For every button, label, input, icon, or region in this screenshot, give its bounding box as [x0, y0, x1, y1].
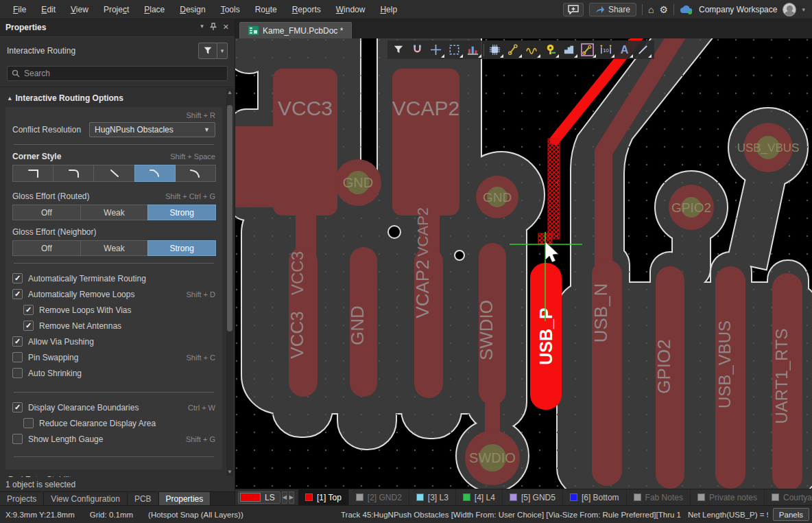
- usb-p-pad-group[interactable]: USB_P: [530, 263, 562, 410]
- search-input[interactable]: [24, 69, 195, 78]
- unchecked-checkbox-icon[interactable]: [12, 368, 23, 378]
- corner-style-corner-45-arc[interactable]: [134, 165, 176, 182]
- checkbox-row-auto-shrinking[interactable]: Auto Shrinking: [12, 365, 215, 381]
- copper-pad-vcap2[interactable]: [392, 69, 459, 216]
- unchecked-checkbox-icon[interactable]: [23, 418, 34, 428]
- pin-icon[interactable]: [210, 23, 217, 32]
- checked-checkbox-icon[interactable]: [12, 402, 23, 412]
- layer-tab-fab-notes[interactable]: Fab Notes: [627, 489, 691, 506]
- tool-dropdown-marker[interactable]: [556, 54, 559, 58]
- pad-entry-section-header[interactable]: Pad Entry Stability: [0, 469, 225, 477]
- panel-scrollbar[interactable]: ▲ ▼: [226, 89, 233, 476]
- tool-dropdown-marker[interactable]: [648, 54, 652, 58]
- unchecked-checkbox-icon[interactable]: [12, 352, 23, 362]
- menu-view[interactable]: View: [63, 0, 96, 19]
- selection-icon[interactable]: [445, 41, 464, 58]
- route-icon[interactable]: [504, 41, 523, 58]
- scroll-up-icon[interactable]: ▲: [226, 89, 233, 95]
- gloss-neighbor-strong-button[interactable]: Strong: [147, 240, 216, 256]
- menu-reports[interactable]: Reports: [285, 0, 329, 19]
- corner-style-corner-45[interactable]: [93, 165, 134, 182]
- checkbox-row-reduce-clearance-display-area[interactable]: Reduce Clearance Display Area: [23, 415, 215, 431]
- menu-edit[interactable]: Edit: [34, 0, 63, 19]
- active-route-icon[interactable]: [578, 41, 597, 58]
- pcb-drawing[interactable]: GNDGNDGPIO2USB_VBUSSWDIO VCC3VCAP2VCC3GN…: [235, 38, 812, 489]
- via-icon[interactable]: [541, 41, 560, 58]
- share-button[interactable]: Share: [589, 3, 636, 16]
- checkbox-row-remove-loops-with-vias[interactable]: Remove Loops With Vias: [23, 302, 215, 318]
- unchecked-checkbox-icon[interactable]: [12, 434, 23, 444]
- object-filter-dropdown[interactable]: ▾: [217, 43, 228, 59]
- copper-pad-vcc3[interactable]: [273, 69, 337, 216]
- layer-tab-private-notes[interactable]: Private notes: [691, 489, 765, 506]
- gloss-neighbor-weak-button[interactable]: Weak: [80, 240, 149, 256]
- checkbox-row-automatically-remove-loops[interactable]: Automatically Remove LoopsShift + D: [12, 286, 215, 302]
- corner-style-corner-rounded-90[interactable]: [53, 165, 94, 182]
- polygon-icon[interactable]: [560, 41, 578, 58]
- layer-tab--5-gnd5[interactable]: [5] GND5: [503, 489, 563, 506]
- tool-dropdown-marker[interactable]: [518, 54, 522, 58]
- board-insight-icon[interactable]: [464, 41, 482, 58]
- corner-style-corner-arc[interactable]: [175, 165, 216, 182]
- panel-tab-pcb[interactable]: PCB: [128, 492, 159, 505]
- home-icon[interactable]: ⌂: [648, 5, 654, 14]
- line-icon[interactable]: [634, 41, 652, 58]
- menu-design[interactable]: Design: [172, 0, 213, 19]
- menu-route[interactable]: Route: [248, 0, 285, 19]
- checked-checkbox-icon[interactable]: [12, 273, 23, 283]
- close-icon[interactable]: ✕: [223, 23, 229, 32]
- gloss-routed-weak-button[interactable]: Weak: [80, 205, 149, 220]
- conflict-resolution-dropdown[interactable]: HugNPush Obstacles ▼: [89, 122, 215, 137]
- gloss-routed-strong-button[interactable]: Strong: [147, 205, 216, 220]
- options-section-header[interactable]: ▴ Interactive Routing Options: [0, 87, 225, 107]
- checked-checkbox-icon[interactable]: [12, 336, 23, 347]
- menu-place[interactable]: Place: [136, 0, 172, 19]
- copper-pad[interactable]: [235, 126, 275, 207]
- tool-dropdown-marker[interactable]: [611, 54, 614, 58]
- panel-menu-arrow-icon[interactable]: ▾: [200, 23, 204, 32]
- layer-tab--2-gnd2[interactable]: [2] GND2: [349, 489, 409, 506]
- tune-icon[interactable]: [523, 41, 541, 58]
- layer-tab--4-l4[interactable]: [4] L4: [456, 489, 503, 506]
- tool-dropdown-marker[interactable]: [537, 54, 540, 58]
- layer-tab--6-bottom[interactable]: [6] Bottom: [563, 489, 627, 506]
- corner-style-corner-90[interactable]: [12, 165, 53, 182]
- panels-button[interactable]: Panels: [773, 508, 809, 521]
- panel-tab-projects[interactable]: Projects: [0, 492, 44, 505]
- tool-dropdown-marker[interactable]: [459, 54, 463, 58]
- checked-checkbox-icon[interactable]: [23, 305, 34, 315]
- layer-tab-courtyard-top[interactable]: Courtyard Top: [765, 489, 812, 506]
- menu-file[interactable]: File: [5, 0, 34, 19]
- comment-button[interactable]: [563, 3, 584, 16]
- checkbox-row-pin-swapping[interactable]: Pin SwappingShift + C: [12, 349, 215, 365]
- layer-scroll-left[interactable]: ◀: [282, 491, 287, 504]
- text-icon[interactable]: A: [615, 41, 634, 58]
- layer-tab--3-l3[interactable]: [3] L3: [409, 489, 456, 506]
- checkbox-row-show-length-gauge[interactable]: Show Length GaugeShift + G: [12, 431, 215, 447]
- checkbox-row-automatically-terminate-routing[interactable]: Automatically Terminate Routing: [12, 270, 215, 286]
- checkbox-row-display-clearance-boundaries[interactable]: Display Clearance BoundariesCtrl + W: [12, 399, 215, 415]
- checked-checkbox-icon[interactable]: [12, 289, 23, 299]
- document-tab[interactable]: Kame_FMU.PcbDoc *: [239, 22, 352, 38]
- checked-checkbox-icon[interactable]: [23, 321, 34, 331]
- tool-dropdown-marker[interactable]: [574, 54, 577, 58]
- magnet-icon[interactable]: [408, 41, 427, 58]
- checkbox-row-allow-via-pushing[interactable]: Allow Via Pushing: [12, 334, 215, 349]
- workspace-label[interactable]: Company Workspace: [699, 5, 778, 14]
- tool-dropdown-marker[interactable]: [500, 54, 503, 58]
- gloss-routed-off-button[interactable]: Off: [12, 205, 81, 220]
- layer-set-button[interactable]: LS: [238, 491, 280, 504]
- tool-dropdown-marker[interactable]: [478, 54, 481, 58]
- crosshair-icon[interactable]: [427, 41, 445, 58]
- avatar-dropdown-arrow[interactable]: ▾: [802, 6, 805, 13]
- checkbox-row-remove-net-antennas[interactable]: Remove Net Antennas: [23, 318, 215, 334]
- filter-icon[interactable]: [390, 41, 408, 58]
- avatar[interactable]: [783, 3, 796, 16]
- tool-dropdown-marker[interactable]: [441, 54, 444, 58]
- measure-icon[interactable]: 10: [597, 41, 615, 58]
- panel-tab-view-configuration[interactable]: View Configuration: [44, 492, 128, 505]
- scroll-down-icon[interactable]: ▼: [226, 469, 233, 475]
- component-icon[interactable]: [486, 41, 504, 58]
- menu-window[interactable]: Window: [329, 0, 373, 19]
- scrollbar-thumb[interactable]: [227, 105, 232, 332]
